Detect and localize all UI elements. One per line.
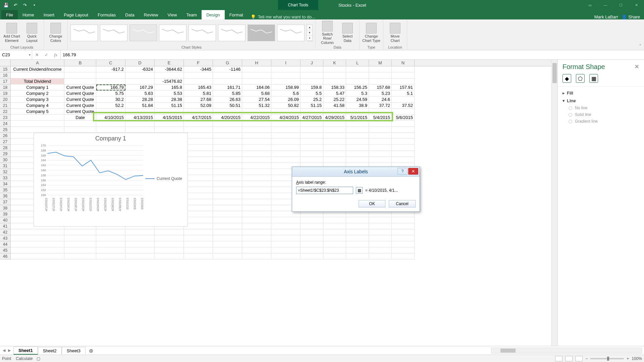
cell-M15[interactable] <box>369 66 392 72</box>
cell-G32[interactable] <box>213 169 242 175</box>
row-header-20[interactable]: 20 <box>0 97 11 103</box>
cell-D43[interactable] <box>125 235 155 241</box>
cell-E46[interactable] <box>155 253 184 259</box>
row-header-28[interactable]: 28 <box>0 145 11 151</box>
cell-I23[interactable]: 4/24/2015 <box>271 115 301 121</box>
cell-L18[interactable]: 156.25 <box>346 84 369 90</box>
chart-style-thumb[interactable] <box>189 24 216 41</box>
dialog-help-icon[interactable]: ? <box>397 168 408 175</box>
cell-K40[interactable] <box>323 217 346 223</box>
embedded-chart[interactable]: Company 1 150152154156158160162164166168… <box>34 133 188 227</box>
cell-F24[interactable] <box>184 121 213 127</box>
cell-B15[interactable] <box>64 66 96 72</box>
cell-M43[interactable] <box>369 235 392 241</box>
view-page-layout-icon[interactable] <box>565 356 573 361</box>
cell-F42[interactable] <box>184 229 213 235</box>
quick-layout-button[interactable]: Quick Layout <box>23 23 41 42</box>
cell-K18[interactable]: 158.33 <box>323 84 346 90</box>
tab-file[interactable]: File <box>1 10 18 19</box>
cell-D45[interactable] <box>125 247 155 253</box>
cell-I40[interactable] <box>271 217 301 223</box>
chart-style-thumb[interactable] <box>70 24 98 41</box>
cell-G43[interactable] <box>213 235 242 241</box>
collapse-ribbon-icon[interactable]: ˄ <box>637 43 644 50</box>
tab-format[interactable]: Format <box>225 10 248 19</box>
row-header-18[interactable]: 18 <box>0 84 11 90</box>
line-option-no-line[interactable]: No line <box>562 105 639 111</box>
cell-G25[interactable] <box>213 127 242 133</box>
line-option-solid-line[interactable]: Solid line <box>562 111 639 118</box>
cell-G37[interactable] <box>213 199 242 205</box>
cell-J44[interactable] <box>301 241 323 247</box>
row-header-34[interactable]: 34 <box>0 181 11 187</box>
row-header-43[interactable]: 43 <box>0 235 11 241</box>
cell-H31[interactable] <box>242 163 271 169</box>
cell-I25[interactable] <box>271 127 301 133</box>
cell-B21[interactable]: Current Quote <box>64 103 96 109</box>
cell-F35[interactable] <box>184 187 213 193</box>
cell-F46[interactable] <box>184 253 213 259</box>
cell-E24[interactable] <box>155 121 184 127</box>
cell-E19[interactable]: 5.53 <box>155 90 184 97</box>
cell-C23[interactable]: 4/10/2015 <box>96 115 125 121</box>
cell-N26[interactable] <box>392 133 415 139</box>
cell-G33[interactable] <box>213 175 242 181</box>
cell-F19[interactable]: 5.81 <box>184 90 213 97</box>
cell-B18[interactable]: Current Quote <box>64 84 96 90</box>
cell-N29[interactable] <box>392 151 415 157</box>
insert-function-icon[interactable]: fx <box>51 50 60 59</box>
line-option-gradient-line[interactable]: Gradient line <box>562 118 639 125</box>
cell-C46[interactable] <box>96 253 125 259</box>
cell-N22[interactable] <box>392 109 415 115</box>
cell-E22[interactable] <box>155 109 184 115</box>
cell-J23[interactable]: 4/27/2015 <box>301 115 323 121</box>
cell-A43[interactable] <box>11 235 64 241</box>
cell-G35[interactable] <box>213 187 242 193</box>
minimize-icon[interactable]: — <box>598 0 613 10</box>
style-gallery-scroll[interactable]: ▲▼▾ <box>307 24 313 41</box>
cell-J25[interactable] <box>301 127 323 133</box>
cell-I43[interactable] <box>271 235 301 241</box>
cell-K22[interactable] <box>323 109 346 115</box>
cell-I30[interactable] <box>271 157 301 163</box>
col-header-F[interactable]: F <box>184 60 213 66</box>
cell-N16[interactable] <box>392 72 415 78</box>
vertical-scrollbar[interactable] <box>551 60 557 346</box>
cell-G28[interactable] <box>213 145 242 151</box>
cell-K45[interactable] <box>323 247 346 253</box>
cell-H36[interactable] <box>242 193 271 199</box>
save-icon[interactable]: 💾 <box>2 1 10 9</box>
cell-D42[interactable] <box>125 229 155 235</box>
cell-I42[interactable] <box>271 229 301 235</box>
cell-A17[interactable]: Total Dividend <box>11 78 64 84</box>
cell-M25[interactable] <box>369 127 392 133</box>
cell-N43[interactable] <box>392 235 415 241</box>
row-header-30[interactable]: 30 <box>0 157 11 163</box>
cell-F44[interactable] <box>184 241 213 247</box>
cell-H24[interactable] <box>242 121 271 127</box>
cell-F36[interactable] <box>184 193 213 199</box>
cell-G16[interactable] <box>213 72 242 78</box>
cell-H45[interactable] <box>242 247 271 253</box>
cell-L44[interactable] <box>346 241 369 247</box>
cell-I26[interactable] <box>271 133 301 139</box>
cell-G38[interactable] <box>213 205 242 211</box>
col-header-D[interactable]: D <box>125 60 155 66</box>
cell-F28[interactable] <box>184 145 213 151</box>
cell-B20[interactable]: Current Quote <box>64 97 96 103</box>
cell-G22[interactable] <box>213 109 242 115</box>
cell-H16[interactable] <box>242 72 271 78</box>
cell-I16[interactable] <box>271 72 301 78</box>
cell-F25[interactable] <box>184 127 213 133</box>
sheet-tab-sheet1[interactable]: Sheet1 <box>13 347 38 355</box>
cell-E42[interactable] <box>155 229 184 235</box>
col-header-A[interactable]: A <box>11 60 64 66</box>
col-header-K[interactable]: K <box>323 60 346 66</box>
cell-K44[interactable] <box>323 241 346 247</box>
fill-section-header[interactable]: ▸Fill <box>562 89 639 97</box>
cell-E43[interactable] <box>155 235 184 241</box>
name-box-input[interactable] <box>2 52 25 57</box>
cell-F21[interactable]: 52.09 <box>184 103 213 109</box>
cell-B25[interactable] <box>64 127 96 133</box>
sheet-tab-sheet2[interactable]: Sheet2 <box>38 347 62 354</box>
